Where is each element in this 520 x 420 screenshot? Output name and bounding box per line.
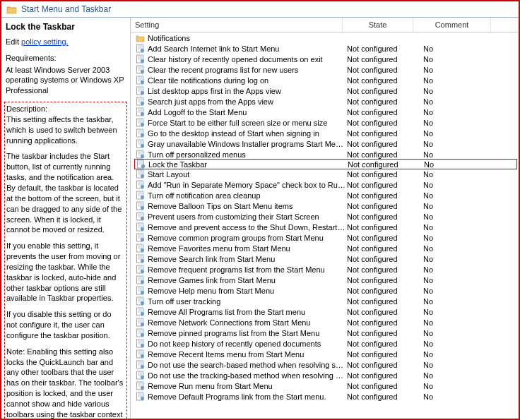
svg-point-29 — [141, 102, 143, 104]
row-label: Remove common program groups from Start … — [148, 234, 324, 242]
policy-icon — [135, 128, 145, 138]
cell-state: Not configured — [347, 119, 418, 127]
row-label: Remove frequent programs list from the S… — [148, 265, 325, 274]
policy-row[interactable]: Add "Run in Separate Memory Space" check… — [131, 179, 519, 190]
policy-row[interactable]: Remove Help menu from Start MenuNot conf… — [131, 285, 519, 296]
cell-comment: No — [418, 97, 495, 106]
svg-point-9 — [141, 59, 143, 62]
policy-row[interactable]: Notifications — [131, 32, 519, 43]
policy-row[interactable]: Clear tile notifications during log onNo… — [131, 75, 519, 85]
row-label: Clear tile notifications during log on — [148, 76, 268, 85]
row-label: Remove pinned programs list from the Sta… — [148, 329, 319, 337]
policy-row[interactable]: Remove Recent Items menu from Start Menu… — [131, 349, 519, 359]
policy-row[interactable]: Gray unavailable Windows Installer progr… — [131, 138, 519, 149]
policy-icon — [135, 265, 145, 275]
content-area: Lock the Taskbar Edit policy setting. Re… — [1, 18, 519, 419]
policy-row[interactable]: Remove Favorites menu from Start MenuNot… — [131, 243, 519, 253]
row-label: Remove Games link from Start Menu — [148, 276, 276, 284]
row-label: Do not use the tracking-based method whe… — [148, 371, 347, 380]
selected-policy-title: Lock the Taskbar — [6, 22, 124, 32]
policy-icon — [135, 169, 145, 179]
cell-state: Not configured — [347, 181, 418, 189]
cell-comment: No — [418, 329, 495, 337]
policy-row[interactable]: Prevent users from customizing their Sta… — [131, 211, 519, 222]
cell-setting: Remove Balloon Tips on Start Menu items — [135, 201, 347, 211]
policy-row[interactable]: Remove pinned programs list from the Sta… — [131, 328, 519, 338]
row-label: Remove Search link from Start Menu — [148, 255, 275, 263]
policy-row[interactable]: Search just apps from the Apps viewNot c… — [131, 96, 519, 107]
right-pane[interactable]: Setting State Comment NotificationsAdd S… — [131, 18, 519, 419]
policy-row[interactable]: Start LayoutNot configuredNo — [131, 169, 519, 179]
cell-state: Not configured — [347, 382, 418, 390]
policy-icon — [135, 244, 145, 253]
policy-row[interactable]: Remove common program groups from Start … — [131, 232, 519, 243]
row-label: Do not use the search-based method when … — [148, 361, 347, 369]
policy-row[interactable]: Do not keep history of recently opened d… — [131, 338, 519, 349]
row-label: Search just apps from the Apps view — [148, 97, 273, 106]
cell-state: Not configured — [347, 87, 418, 95]
policy-row[interactable]: Remove Search link from Start MenuNot co… — [131, 253, 519, 264]
policy-icon — [135, 233, 145, 243]
cell-setting: Force Start to be either full screen siz… — [135, 118, 347, 128]
policy-row[interactable]: Remove Network Connections from Start Me… — [131, 317, 519, 328]
svg-point-69 — [141, 185, 143, 188]
policy-icon — [135, 107, 145, 117]
cell-state: Not configured — [347, 329, 418, 337]
cell-setting: Remove Games link from Start Menu — [135, 275, 347, 285]
cell-state: Not configured — [347, 276, 418, 284]
svg-point-49 — [141, 144, 143, 147]
row-label: Notifications — [148, 34, 190, 42]
policy-row[interactable]: Remove and prevent access to the Shut Do… — [131, 222, 519, 232]
svg-point-14 — [141, 70, 143, 73]
cell-state: Not configured — [347, 340, 418, 348]
row-label: Remove Network Connections from Start Me… — [148, 318, 310, 327]
policy-row[interactable]: Force Start to be either full screen siz… — [131, 117, 519, 128]
col-header-state[interactable]: State — [343, 18, 413, 32]
policy-row[interactable]: Remove Games link from Start MenuNot con… — [131, 275, 519, 285]
cell-comment: No — [418, 361, 495, 369]
policy-row[interactable]: Remove All Programs list from the Start … — [131, 306, 519, 317]
policy-row[interactable]: Go to the desktop instead of Start when … — [131, 128, 519, 138]
policy-row[interactable]: Clear the recent programs list for new u… — [131, 64, 519, 75]
policy-icon — [135, 201, 145, 211]
col-header-comment[interactable]: Comment — [413, 18, 491, 32]
cell-comment: No — [418, 129, 495, 138]
policy-row[interactable]: Remove frequent programs list from the S… — [131, 264, 519, 275]
policy-row[interactable]: Turn off notification area cleanupNot co… — [131, 190, 519, 200]
policy-row[interactable]: Turn off personalized menusNot configure… — [131, 149, 519, 160]
policy-icon — [135, 44, 145, 54]
svg-point-59 — [141, 164, 144, 167]
svg-point-84 — [141, 217, 143, 220]
policy-row[interactable]: Turn off user trackingNot configuredNo — [131, 296, 519, 306]
svg-point-19 — [141, 80, 143, 83]
policy-row[interactable]: Clear history of recently opened documen… — [131, 54, 519, 64]
col-header-setting[interactable]: Setting — [131, 18, 343, 32]
policy-row[interactable]: Add Search Internet link to Start MenuNo… — [131, 43, 519, 54]
cell-setting: Turn off notification area cleanup — [135, 191, 347, 200]
cell-comment: No — [418, 287, 495, 295]
cell-state: Not configured — [347, 212, 418, 221]
row-label: Go to the desktop instead of Start when … — [148, 129, 319, 138]
cell-state: Not configured — [347, 129, 418, 138]
policy-icon — [135, 349, 145, 359]
cell-state: Not configured — [347, 108, 418, 116]
policy-row[interactable]: Remove Balloon Tips on Start Menu itemsN… — [131, 200, 519, 211]
policy-row[interactable]: List desktop apps first in the Apps view… — [131, 85, 519, 96]
policy-row[interactable]: Do not use the tracking-based method whe… — [131, 370, 519, 380]
edit-policy-link[interactable]: policy setting. — [21, 37, 69, 46]
policy-row[interactable]: Remove Default Programs link from the St… — [131, 391, 519, 402]
policy-icon — [135, 76, 145, 85]
policy-row[interactable]: Add Logoff to the Start MenuNot configur… — [131, 107, 519, 117]
policy-row[interactable]: Do not use the search-based method when … — [131, 359, 519, 370]
row-label: Turn off notification area cleanup — [148, 191, 261, 200]
policy-row[interactable]: Remove Run menu from Start MenuNot confi… — [131, 380, 519, 391]
cell-setting: Do not use the search-based method when … — [135, 360, 347, 370]
cell-comment: No — [418, 223, 495, 232]
cell-comment: No — [418, 382, 495, 390]
cell-state: Not configured — [347, 287, 418, 295]
policy-row-selected[interactable]: Lock the TaskbarNot configuredNo — [134, 159, 517, 169]
cell-state: Not configured — [347, 255, 418, 263]
row-label: Clear history of recently opened documen… — [148, 55, 323, 64]
cell-setting: Start Layout — [135, 169, 347, 179]
cell-state: Not configured — [347, 76, 418, 85]
